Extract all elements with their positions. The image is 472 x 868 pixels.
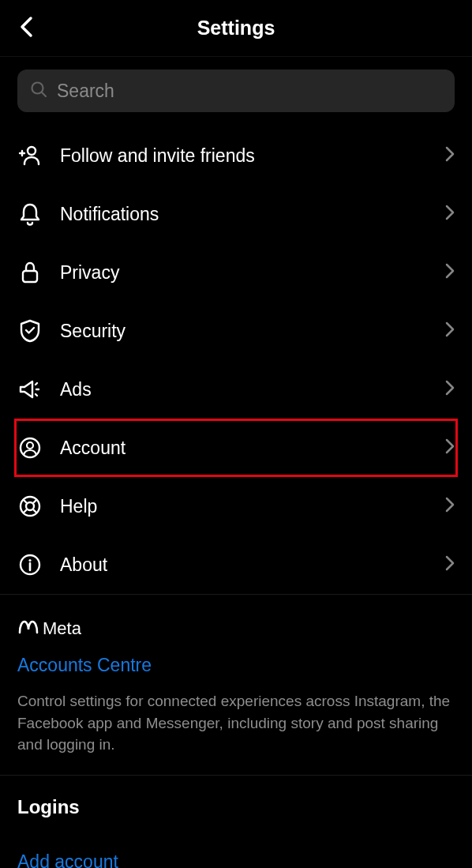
chevron-right-icon bbox=[445, 380, 455, 399]
chevron-right-icon bbox=[445, 263, 455, 282]
menu-item-notifications[interactable]: Notifications bbox=[0, 185, 472, 243]
add-account-link[interactable]: Add account bbox=[17, 851, 455, 868]
chevron-right-icon bbox=[445, 555, 455, 574]
svg-point-12 bbox=[26, 502, 34, 510]
lock-icon bbox=[17, 261, 43, 284]
menu-label: Help bbox=[60, 496, 445, 517]
menu-item-privacy[interactable]: Privacy bbox=[0, 243, 472, 302]
svg-line-16 bbox=[33, 509, 37, 513]
search-icon bbox=[30, 81, 47, 101]
highlight-account: Account bbox=[14, 419, 458, 477]
svg-point-10 bbox=[27, 442, 33, 449]
info-icon bbox=[17, 553, 43, 577]
menu-item-security[interactable]: Security bbox=[0, 302, 472, 360]
chevron-right-icon bbox=[445, 497, 455, 516]
menu-label: Follow and invite friends bbox=[60, 145, 445, 167]
meta-description: Control settings for connected experienc… bbox=[17, 690, 455, 756]
svg-rect-5 bbox=[23, 271, 37, 282]
search-wrap bbox=[0, 57, 472, 126]
chevron-right-icon bbox=[445, 205, 455, 224]
accounts-centre-link[interactable]: Accounts Centre bbox=[17, 655, 455, 676]
menu-label: Account bbox=[60, 438, 445, 459]
bell-icon bbox=[17, 202, 43, 226]
menu-label: Notifications bbox=[60, 204, 445, 225]
header: Settings bbox=[0, 0, 472, 57]
chevron-right-icon bbox=[445, 438, 455, 457]
menu-item-about[interactable]: About bbox=[0, 535, 472, 594]
shield-check-icon bbox=[17, 319, 43, 343]
logins-section: Logins Add account bbox=[0, 775, 472, 868]
add-person-icon bbox=[17, 144, 43, 167]
menu-item-help[interactable]: Help bbox=[0, 477, 472, 535]
page-title: Settings bbox=[0, 17, 472, 39]
menu-label: Security bbox=[60, 321, 445, 342]
svg-point-2 bbox=[28, 147, 36, 155]
menu-item-follow-invite[interactable]: Follow and invite friends bbox=[0, 126, 472, 185]
back-button[interactable] bbox=[11, 13, 43, 44]
svg-line-13 bbox=[23, 499, 27, 503]
menu-item-ads[interactable]: Ads bbox=[0, 360, 472, 419]
megaphone-icon bbox=[17, 378, 43, 400]
search-input[interactable] bbox=[57, 81, 442, 102]
meta-logo: Meta bbox=[17, 618, 455, 639]
svg-line-8 bbox=[36, 394, 37, 396]
meta-icon bbox=[17, 619, 39, 638]
lifebuoy-icon bbox=[17, 494, 43, 518]
search-box[interactable] bbox=[17, 70, 455, 112]
chevron-left-icon bbox=[19, 16, 35, 41]
logins-title: Logins bbox=[17, 796, 455, 818]
svg-line-6 bbox=[36, 383, 37, 385]
meta-section: Meta Accounts Centre Control settings fo… bbox=[0, 594, 472, 775]
menu-label: About bbox=[60, 554, 445, 576]
svg-line-14 bbox=[33, 499, 37, 503]
svg-point-18 bbox=[28, 559, 31, 562]
menu-label: Privacy bbox=[60, 262, 445, 284]
svg-line-15 bbox=[23, 509, 27, 513]
svg-line-1 bbox=[42, 92, 46, 96]
menu-item-account[interactable]: Account bbox=[17, 421, 455, 475]
meta-brand-text: Meta bbox=[43, 618, 81, 639]
account-icon bbox=[17, 436, 43, 460]
chevron-right-icon bbox=[445, 146, 455, 165]
chevron-right-icon bbox=[445, 321, 455, 340]
menu-label: Ads bbox=[60, 379, 445, 400]
